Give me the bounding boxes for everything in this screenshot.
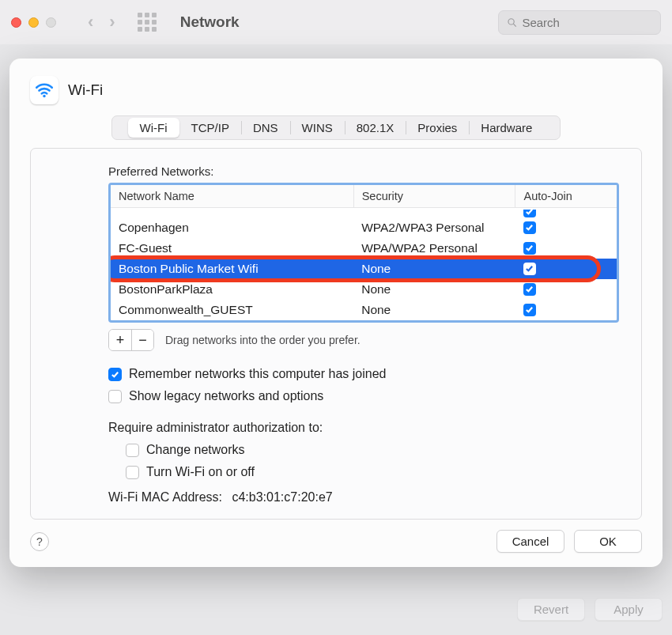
checkbox-icon (126, 444, 139, 457)
wifi-tab-panel: Preferred Networks: Network Name Securit… (30, 148, 642, 520)
svg-point-2 (43, 95, 45, 97)
col-security[interactable]: Security (353, 185, 515, 208)
wifi-icon (30, 76, 59, 104)
network-security-cell: WPA/WPA2 Personal (353, 238, 515, 259)
table-row[interactable]: Commonwealth_GUESTNone (111, 300, 617, 320)
authz-label: Require administrator authorization to: (108, 421, 619, 435)
network-name-cell: Commonwealth_GUEST (111, 300, 353, 320)
autojoin-checkbox[interactable] (523, 210, 536, 217)
network-name-cell: FC-Guest (111, 238, 353, 259)
autojoin-checkbox[interactable] (523, 263, 536, 275)
remember-networks-label: Remember networks this computer has join… (129, 367, 386, 381)
tab-8021x[interactable]: 802.1X (345, 118, 406, 138)
window-zoom-button[interactable] (46, 17, 56, 28)
authz-toggle-wifi-checkbox[interactable]: Turn Wi-Fi on or off (126, 465, 619, 479)
back-button[interactable]: ‹ (88, 13, 93, 31)
network-security-cell: WPA2/WPA3 Personal (353, 217, 515, 238)
table-row[interactable]: CopenhagenWPA2/WPA3 Personal (111, 217, 617, 238)
svg-point-0 (508, 18, 514, 24)
authz-change-networks-checkbox[interactable]: Change networks (126, 443, 619, 457)
tab-bar: Wi-Fi TCP/IP DNS WINS 802.1X Proxies Har… (111, 115, 561, 140)
mac-address-value: c4:b3:01:c7:20:e7 (232, 490, 332, 504)
table-row[interactable] (111, 208, 617, 218)
table-row[interactable]: Boston Public Market WifiNone (111, 259, 617, 279)
col-network-name[interactable]: Network Name (111, 185, 353, 208)
tab-hardware[interactable]: Hardware (469, 118, 544, 138)
nav-arrows: ‹ › (88, 13, 115, 31)
window-title: Network (180, 13, 240, 31)
table-row[interactable]: BostonParkPlazaNone (111, 279, 617, 300)
tab-wifi[interactable]: Wi-Fi (128, 118, 179, 138)
window-toolbar: ‹ › Network (0, 0, 672, 44)
authz-toggle-wifi-label: Turn Wi-Fi on or off (146, 465, 255, 479)
authz-change-networks-label: Change networks (146, 443, 245, 457)
show-legacy-label: Show legacy networks and options (129, 389, 323, 403)
preferred-networks-label: Preferred Networks: (108, 164, 619, 178)
apply-button[interactable]: Apply (595, 598, 663, 621)
traffic-lights (11, 17, 56, 28)
network-security-cell: None (353, 300, 515, 320)
help-button[interactable]: ? (30, 532, 49, 551)
network-security-cell: None (353, 259, 515, 279)
mac-address-label: Wi-Fi MAC Address: (108, 490, 222, 504)
search-input[interactable] (522, 16, 652, 29)
autojoin-checkbox[interactable] (523, 242, 536, 255)
window-close-button[interactable] (11, 17, 21, 28)
col-autojoin[interactable]: Auto-Join (515, 185, 617, 208)
show-legacy-checkbox[interactable]: Show legacy networks and options (108, 389, 619, 403)
preferred-networks-table[interactable]: Network Name Security Auto-Join Copenhag… (108, 183, 619, 323)
checkbox-icon (108, 390, 122, 403)
autojoin-checkbox[interactable] (523, 221, 536, 234)
add-network-button[interactable]: + (109, 330, 131, 350)
sheet-title: Wi-Fi (68, 81, 103, 99)
tab-proxies[interactable]: Proxies (406, 118, 469, 138)
wifi-advanced-sheet: Wi-Fi Wi-Fi TCP/IP DNS WINS 802.1X Proxi… (9, 59, 663, 567)
network-name-cell: Boston Public Market Wifi (111, 259, 353, 279)
tab-dns[interactable]: DNS (241, 118, 290, 138)
autojoin-checkbox[interactable] (523, 283, 536, 296)
network-name-cell: Copenhagen (111, 217, 353, 238)
remember-networks-checkbox[interactable]: Remember networks this computer has join… (108, 367, 619, 381)
revert-button[interactable]: Revert (517, 598, 585, 621)
tab-tcpip[interactable]: TCP/IP (179, 118, 241, 138)
autojoin-checkbox[interactable] (523, 304, 536, 316)
add-remove-buttons: + − (108, 329, 154, 351)
drag-hint: Drag networks into the order you prefer. (165, 334, 361, 346)
parent-footer: Revert Apply (517, 598, 663, 621)
network-name-cell: BostonParkPlaza (111, 279, 353, 300)
table-row[interactable]: FC-GuestWPA/WPA2 Personal (111, 238, 617, 259)
remove-network-button[interactable]: − (131, 330, 153, 350)
toolbar-search[interactable] (498, 10, 661, 35)
search-icon (507, 17, 517, 28)
cancel-button[interactable]: Cancel (496, 530, 564, 553)
svg-line-1 (513, 24, 515, 26)
network-security-cell: None (353, 279, 515, 300)
show-all-prefs-icon[interactable] (138, 13, 157, 32)
checkbox-icon (108, 368, 122, 381)
ok-button[interactable]: OK (574, 530, 642, 553)
tab-wins[interactable]: WINS (290, 118, 345, 138)
checkbox-icon (126, 466, 139, 479)
window-minimize-button[interactable] (28, 17, 39, 28)
forward-button[interactable]: › (109, 13, 115, 31)
